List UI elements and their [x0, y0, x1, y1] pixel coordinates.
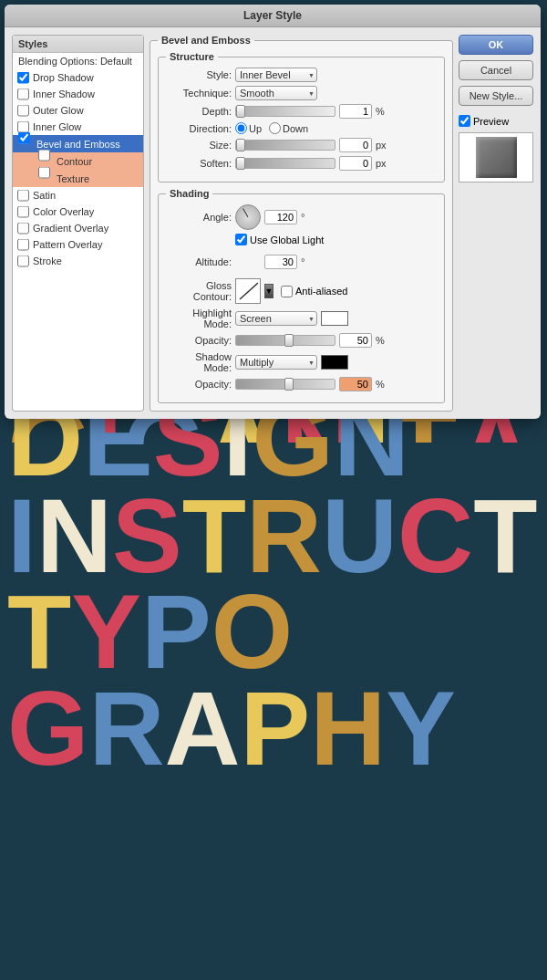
art-line-graphy: G R A P H Y: [7, 682, 540, 777]
gradient-overlay-checkbox[interactable]: [17, 223, 29, 235]
style-label: Style:: [166, 69, 232, 80]
size-row: Size: px: [166, 138, 437, 152]
art-char: N: [36, 489, 112, 584]
art-char: G: [7, 682, 88, 777]
shadow-opacity-slider[interactable]: [235, 379, 335, 390]
depth-slider[interactable]: [235, 106, 335, 117]
styles-item-contour[interactable]: Contour: [13, 152, 143, 170]
depth-row: Depth: %: [166, 104, 437, 119]
anti-alias-label[interactable]: Anti-aliased: [281, 286, 347, 297]
style-select[interactable]: Inner Bevel: [235, 68, 317, 82]
drop-shadow-checkbox[interactable]: [17, 72, 29, 84]
styles-item-label: Inner Shadow: [33, 89, 95, 99]
shadow-color-swatch[interactable]: [321, 355, 348, 370]
bevel-emboss-section: Bevel and Emboss Structure Style: Inner …: [150, 35, 453, 412]
outer-glow-checkbox[interactable]: [17, 105, 29, 117]
global-light-checkbox[interactable]: [235, 234, 247, 245]
bevel-emboss-checkbox[interactable]: [18, 132, 30, 144]
styles-item-gradient-overlay[interactable]: Gradient Overlay: [13, 220, 143, 236]
contour-checkbox[interactable]: [38, 150, 50, 162]
angle-line: [243, 208, 248, 217]
art-line-instruct: I N S T R U C T: [7, 489, 540, 584]
highlight-opacity-thumb[interactable]: [284, 334, 294, 347]
typography-art: D E S I G N I N S T R U C T T Y P O G: [0, 383, 547, 980]
styles-item-inner-glow[interactable]: Inner Glow: [13, 119, 143, 135]
size-thumb[interactable]: [236, 139, 245, 151]
shadow-mode-select[interactable]: Multiply: [235, 355, 317, 370]
satin-checkbox[interactable]: [17, 190, 29, 202]
stroke-checkbox[interactable]: [17, 255, 29, 267]
styles-item-stroke[interactable]: Stroke: [13, 253, 143, 269]
highlight-opacity-unit: %: [376, 335, 385, 346]
styles-item-satin[interactable]: Satin: [13, 187, 143, 203]
direction-up-label[interactable]: Up: [235, 122, 262, 134]
shading-legend: Shading: [166, 188, 212, 199]
pattern-overlay-checkbox[interactable]: [17, 239, 29, 251]
shadow-opacity-thumb[interactable]: [284, 378, 294, 391]
styles-item-pattern-overlay[interactable]: Pattern Overlay: [13, 236, 143, 253]
new-style-button[interactable]: New Style...: [459, 86, 533, 106]
contour-thumbnail[interactable]: [235, 278, 261, 304]
structure-section: Structure Style: Inner Bevel Technique:: [158, 51, 445, 182]
direction-radio-group: Up Down: [235, 122, 308, 134]
styles-item-color-overlay[interactable]: Color Overlay: [13, 203, 143, 220]
styles-item-label: Contour: [57, 156, 92, 167]
highlight-opacity-slider[interactable]: [235, 335, 335, 346]
styles-item-label: Gradient Overlay: [33, 223, 108, 234]
altitude-label: Altitude:: [166, 256, 232, 267]
styles-item-drop-shadow[interactable]: Drop Shadow: [13, 69, 143, 86]
art-char: T: [473, 489, 537, 584]
styles-item-bevel-emboss[interactable]: Bevel and Emboss: [13, 135, 143, 152]
color-overlay-checkbox[interactable]: [17, 206, 29, 218]
preview-checkbox[interactable]: [459, 115, 470, 127]
ok-button[interactable]: OK: [459, 35, 533, 55]
direction-down-label[interactable]: Down: [269, 122, 308, 134]
size-unit: px: [376, 140, 387, 151]
depth-thumb[interactable]: [236, 105, 245, 118]
direction-up-radio[interactable]: [235, 122, 247, 134]
preview-square: [476, 137, 517, 178]
styles-item-blending[interactable]: Blending Options: Default: [13, 53, 143, 69]
highlight-mode-row: Highlight Mode: Screen: [166, 308, 437, 329]
styles-item-label: Texture: [57, 173, 89, 184]
shadow-opacity-unit: %: [376, 379, 385, 390]
highlight-opacity-input[interactable]: [339, 333, 372, 348]
size-slider[interactable]: [235, 140, 335, 151]
styles-item-texture[interactable]: Texture: [13, 170, 143, 187]
styles-item-inner-shadow[interactable]: Inner Shadow: [13, 86, 143, 102]
inner-shadow-checkbox[interactable]: [17, 89, 29, 100]
direction-down-radio[interactable]: [269, 122, 281, 134]
contour-dropdown-arrow[interactable]: ▼: [264, 284, 274, 298]
soften-thumb[interactable]: [236, 157, 245, 170]
angle-unit: °: [301, 212, 304, 223]
highlight-color-swatch[interactable]: [321, 311, 348, 326]
altitude-input[interactable]: [264, 255, 297, 269]
depth-input[interactable]: [339, 104, 372, 119]
art-char: C: [397, 489, 473, 584]
art-char: Y: [71, 585, 141, 680]
depth-unit: %: [376, 106, 385, 117]
technique-select[interactable]: Smooth: [235, 86, 317, 100]
anti-alias-checkbox[interactable]: [281, 286, 293, 297]
global-light-label[interactable]: Use Global Light: [235, 234, 324, 245]
soften-slider[interactable]: [235, 158, 335, 169]
style-row: Style: Inner Bevel: [166, 68, 437, 82]
shadow-opacity-input[interactable]: [339, 377, 372, 391]
technique-select-wrapper: Smooth: [235, 86, 317, 100]
soften-input[interactable]: [339, 156, 372, 171]
dialog-title: Layer Style: [5, 5, 541, 27]
angle-dial[interactable]: [235, 204, 261, 230]
texture-checkbox[interactable]: [38, 167, 50, 179]
dialog-body: Styles Blending Options: Default Drop Sh…: [5, 27, 541, 419]
art-char: R: [88, 682, 164, 777]
gloss-contour-label: Gloss Contour:: [166, 280, 232, 302]
cancel-button[interactable]: Cancel: [459, 60, 533, 80]
layer-style-dialog: Layer Style Styles Blending Options: Def…: [5, 5, 541, 419]
size-input[interactable]: [339, 138, 372, 152]
styles-item-label: Bevel and Emboss: [36, 139, 120, 150]
styles-panel: Styles Blending Options: Default Drop Sh…: [12, 35, 144, 412]
angle-input[interactable]: [264, 210, 297, 224]
highlight-mode-select[interactable]: Screen: [235, 311, 317, 326]
art-char: T: [7, 585, 71, 680]
styles-item-outer-glow[interactable]: Outer Glow: [13, 102, 143, 119]
